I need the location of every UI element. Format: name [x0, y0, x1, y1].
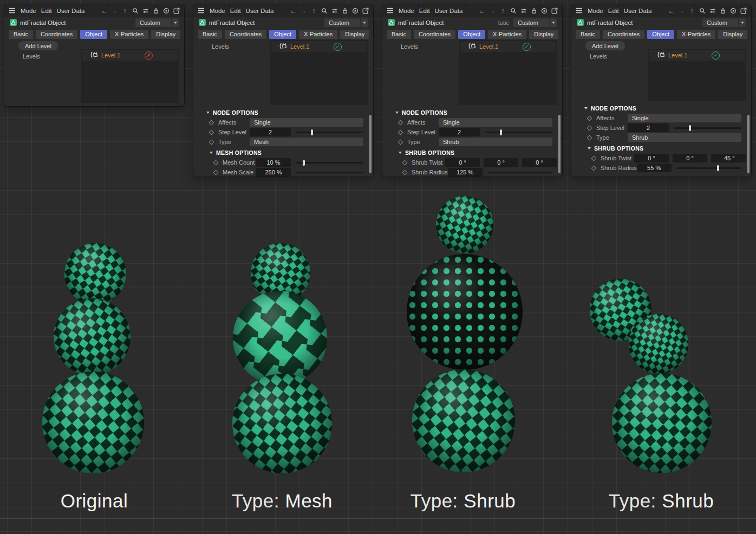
tab-basic[interactable]: Basic — [387, 30, 411, 39]
external-link-icon[interactable] — [551, 7, 558, 14]
status-check-icon[interactable]: ✓ — [334, 43, 342, 51]
preset-value[interactable]: Custom — [702, 18, 738, 27]
filter-icon[interactable] — [331, 7, 338, 14]
tab-coordinates[interactable]: Coordinates — [225, 30, 266, 39]
section-shrub-options[interactable]: SHRUB OPTIONS — [382, 148, 562, 157]
back-arrow-icon[interactable]: ← — [479, 7, 486, 14]
add-level-button[interactable]: Add Level — [18, 41, 58, 50]
preset-dropdown[interactable]: Custom — [702, 18, 746, 27]
dropdown-arrow-icon[interactable] — [738, 18, 746, 27]
section-node-options[interactable]: NODE OPTIONS — [193, 108, 373, 116]
preset-dropdown[interactable]: Custom — [135, 18, 179, 27]
menu-edit[interactable]: Edit — [41, 8, 52, 14]
level-item[interactable]: Level.1 ✗ — [82, 50, 178, 61]
slider-handle[interactable] — [303, 160, 305, 166]
lock-icon[interactable] — [719, 7, 726, 14]
menu-user-data[interactable]: User Data — [57, 8, 85, 14]
forward-arrow-icon[interactable]: → — [678, 7, 685, 14]
shrub-twist-x-input[interactable]: 0 ° — [634, 154, 669, 162]
forward-arrow-icon[interactable]: → — [489, 7, 496, 14]
shrub-twist-y-input[interactable]: 0 ° — [673, 154, 707, 162]
shrub-twist-x-input[interactable]: 0 ° — [445, 158, 480, 167]
up-arrow-icon[interactable]: ↑ — [688, 7, 695, 14]
target-icon[interactable] — [351, 7, 359, 14]
external-link-icon[interactable] — [362, 7, 369, 14]
menu-edit[interactable]: Edit — [608, 8, 619, 14]
mesh-scale-input[interactable]: 250 % — [256, 168, 291, 177]
shrub-twist-z-input[interactable]: 0 ° — [522, 158, 557, 167]
search-icon[interactable] — [132, 7, 139, 14]
add-level-button[interactable]: Add Level — [585, 41, 625, 50]
tab-display[interactable]: Display — [340, 30, 369, 39]
lock-icon[interactable] — [152, 7, 159, 14]
level-item[interactable]: Level.1 ✓ — [460, 41, 556, 52]
section-mesh-options[interactable]: MESH OPTIONS — [193, 148, 373, 157]
slider-handle[interactable] — [500, 129, 502, 135]
mesh-count-input[interactable]: 10 % — [256, 158, 291, 167]
type-field[interactable]: Mesh — [250, 138, 363, 146]
up-arrow-icon[interactable]: ↑ — [310, 7, 317, 14]
filter-icon[interactable] — [520, 7, 527, 14]
hamburger-icon[interactable] — [387, 7, 394, 14]
back-arrow-icon[interactable]: ← — [101, 7, 108, 14]
filter-icon[interactable] — [142, 7, 149, 14]
slider-handle[interactable] — [311, 129, 313, 135]
mesh-scale-slider[interactable] — [296, 172, 363, 173]
forward-arrow-icon[interactable]: → — [300, 7, 307, 14]
tab-x-particles[interactable]: X-Particles — [488, 30, 526, 39]
up-arrow-icon[interactable]: ↑ — [121, 7, 128, 14]
dropdown-arrow-icon[interactable] — [549, 18, 557, 27]
shrub-radius-input[interactable]: 55 % — [637, 164, 672, 172]
search-icon[interactable] — [321, 7, 328, 14]
status-check-icon[interactable]: ✓ — [712, 51, 720, 60]
lock-icon[interactable] — [530, 7, 537, 14]
shrub-radius-input[interactable]: 125 % — [448, 168, 483, 177]
preset-dropdown[interactable]: Custom — [324, 18, 368, 27]
external-link-icon[interactable] — [173, 7, 180, 14]
step-level-input[interactable]: 2 — [628, 123, 669, 132]
level-item[interactable]: Level.1 ✓ — [649, 50, 745, 61]
status-check-icon[interactable]: ✓ — [523, 43, 531, 51]
hamburger-icon[interactable] — [198, 7, 205, 14]
tab-object[interactable]: Object — [80, 30, 107, 39]
mesh-count-slider[interactable] — [296, 162, 363, 164]
tab-coordinates[interactable]: Coordinates — [414, 30, 455, 39]
shrub-radius-slider[interactable] — [488, 172, 552, 173]
preset-value[interactable]: Custom — [135, 18, 171, 27]
panel-scrollbar[interactable] — [558, 115, 561, 173]
menu-edit[interactable]: Edit — [419, 8, 430, 14]
back-arrow-icon[interactable]: ← — [668, 7, 675, 14]
step-level-input[interactable]: 2 — [250, 128, 291, 136]
slider-handle[interactable] — [689, 125, 691, 131]
step-level-input[interactable]: 2 — [439, 128, 480, 136]
section-shrub-options[interactable]: SHRUB OPTIONS — [571, 144, 751, 152]
section-node-options[interactable]: NODE OPTIONS — [571, 104, 751, 112]
tab-object[interactable]: Object — [647, 30, 674, 39]
slider-handle[interactable] — [717, 165, 719, 171]
section-node-options[interactable]: NODE OPTIONS — [382, 108, 562, 116]
menu-mode[interactable]: Mode — [21, 8, 36, 14]
tab-object[interactable]: Object — [458, 30, 485, 39]
forward-arrow-icon[interactable]: → — [111, 7, 118, 14]
hamburger-icon[interactable] — [9, 7, 16, 14]
affects-field[interactable]: Single — [439, 118, 552, 127]
tab-x-particles[interactable]: X-Particles — [110, 30, 148, 39]
menu-mode[interactable]: Mode — [399, 8, 414, 14]
tab-display[interactable]: Display — [151, 30, 180, 39]
shrub-radius-slider[interactable] — [677, 167, 741, 169]
tab-x-particles[interactable]: X-Particles — [299, 30, 337, 39]
step-level-slider[interactable] — [485, 132, 552, 133]
filter-icon[interactable] — [709, 7, 716, 14]
affects-field[interactable]: Single — [628, 114, 741, 122]
tab-display[interactable]: Display — [718, 30, 747, 39]
preset-value[interactable]: Custom — [324, 18, 360, 27]
preset-value[interactable]: Custom — [513, 18, 549, 27]
type-field[interactable]: Shrub — [628, 133, 741, 142]
tab-coordinates[interactable]: Coordinates — [603, 30, 644, 39]
target-icon[interactable] — [729, 7, 737, 14]
panel-scrollbar[interactable] — [747, 115, 750, 173]
tab-coordinates[interactable]: Coordinates — [36, 30, 77, 39]
shrub-twist-z-input[interactable]: -45 ° — [711, 154, 746, 162]
search-icon[interactable] — [510, 7, 517, 14]
external-link-icon[interactable] — [740, 7, 747, 14]
